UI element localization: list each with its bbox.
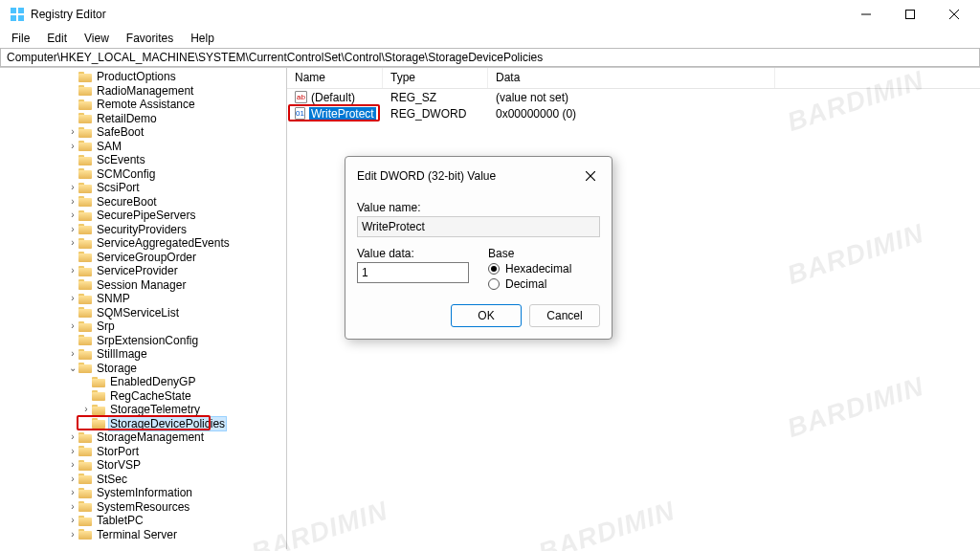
radio-hexadecimal[interactable]: Hexadecimal [488,262,600,276]
folder-icon [78,432,92,443]
chevron-down-icon[interactable] [67,362,78,375]
folder-icon [78,210,92,221]
col-type[interactable]: Type [383,68,488,88]
chevron-right-icon[interactable] [67,500,78,514]
tree-item[interactable]: StorVSP [0,458,286,473]
tree-item[interactable]: ProductOptions [0,70,286,84]
tree-item-label: ServiceProvider [95,264,180,277]
menu-view[interactable]: View [77,30,117,47]
tree-item[interactable]: StorageManagement [0,430,286,445]
chevron-right-icon[interactable] [67,320,78,333]
chevron-right-icon[interactable] [67,486,78,499]
tree-item[interactable]: SecureBoot [0,195,286,209]
tree-item[interactable]: SNMP [0,292,286,306]
menu-help[interactable]: Help [183,30,222,47]
tree-item[interactable]: Session Manager [0,278,286,293]
tree-item[interactable]: ServiceProvider [0,264,286,278]
list-rows[interactable]: ab(Default)REG_SZ(value not set)01WriteP… [287,89,980,121]
value-row[interactable]: ab(Default)REG_SZ(value not set) [287,89,980,105]
tree-item[interactable]: StorageTelemetry [0,403,286,417]
tree-item[interactable]: SCMConfig [0,167,286,182]
address-bar[interactable]: Computer\HKEY_LOCAL_MACHINE\SYSTEM\Curre… [0,48,980,67]
tree-item[interactable]: Terminal Server [0,528,286,542]
tree-pane[interactable]: ProductOptionsRadioManagementRemote Assi… [0,68,287,549]
tree-item-label: SystemInformation [95,486,194,499]
value-name-cell: WriteProtect [309,107,376,121]
chevron-right-icon[interactable] [67,347,78,361]
tree-item[interactable]: ServiceGroupOrder [0,251,286,265]
chevron-right-icon[interactable] [80,403,92,416]
tree-item[interactable]: Remote Assistance [0,98,286,112]
radio-decimal[interactable]: Decimal [488,277,600,291]
tree-item[interactable]: SystemInformation [0,486,286,500]
tree-item[interactable]: EnabledDenyGP [0,375,286,389]
tree-item[interactable]: ScEvents [0,153,286,167]
tree-item-label: SNMP [95,292,132,305]
dialog-close-button[interactable] [579,165,602,187]
chevron-right-icon[interactable] [67,445,78,458]
chevron-right-icon[interactable] [67,292,78,305]
menu-favorites[interactable]: Favorites [119,30,181,47]
maximize-button[interactable] [888,0,932,29]
ok-button[interactable]: OK [451,304,522,327]
tree-item-label: ProductOptions [95,70,178,83]
registry-tree[interactable]: ProductOptionsRadioManagementRemote Assi… [0,70,286,541]
tree-item-label: EnabledDenyGP [108,375,197,388]
menu-bar: File Edit View Favorites Help [0,29,980,48]
tree-item[interactable]: TabletPC [0,514,286,528]
value-data-input[interactable]: 1 [357,262,469,283]
value-name-field: WriteProtect [357,216,600,237]
tree-item[interactable]: Storage [0,362,286,376]
cancel-button[interactable]: Cancel [529,304,600,327]
tree-item[interactable]: SecurityProviders [0,223,286,237]
folder-icon [78,488,92,498]
tree-item[interactable]: ServiceAggregatedEvents [0,236,286,251]
chevron-right-icon[interactable] [67,223,78,236]
tree-item-label: Remote Assistance [95,98,197,111]
tree-item[interactable]: SAM [0,140,286,154]
tree-item[interactable]: SrpExtensionConfig [0,334,286,348]
value-data-label: Value data: [357,247,469,260]
tree-item[interactable]: ScsiPort [0,181,286,195]
folder-icon [78,85,92,96]
chevron-right-icon[interactable] [67,195,78,209]
chevron-right-icon[interactable] [67,458,78,472]
tree-item[interactable]: RegCacheState [0,389,286,404]
value-row[interactable]: 01WriteProtectREG_DWORD0x00000000 (0) [287,105,980,121]
tree-item[interactable]: StSec [0,473,286,487]
tree-item-label: Storage [95,362,139,375]
col-name[interactable]: Name [287,68,383,88]
chevron-right-icon[interactable] [67,473,78,486]
chevron-right-icon[interactable] [67,125,78,139]
chevron-right-icon[interactable] [67,209,78,222]
tree-item[interactable]: StorPort [0,445,286,459]
menu-edit[interactable]: Edit [39,30,75,47]
chevron-right-icon[interactable] [67,236,78,250]
tree-item-label: RadioManagement [95,84,195,98]
tree-item[interactable]: RadioManagement [0,84,286,99]
tree-item-label: ScEvents [95,153,147,166]
tree-item[interactable]: StorageDevicePolicies [0,417,286,431]
tree-item[interactable]: SafeBoot [0,125,286,140]
close-button[interactable] [932,0,976,29]
chevron-right-icon[interactable] [67,181,78,194]
tree-item-label: StorPort [95,445,141,458]
radio-dec-label: Decimal [505,277,546,291]
col-data[interactable]: Data [488,68,775,88]
menu-file[interactable]: File [4,30,37,47]
chevron-right-icon[interactable] [67,264,78,277]
tree-item[interactable]: StillImage [0,347,286,362]
chevron-right-icon[interactable] [67,430,78,444]
chevron-right-icon[interactable] [67,528,78,541]
tree-item[interactable]: SQMServiceList [0,306,286,320]
tree-item[interactable]: Srp [0,320,286,334]
minimize-button[interactable] [844,0,888,29]
chevron-right-icon[interactable] [67,140,78,153]
tree-item[interactable]: RetailDemo [0,112,286,126]
tree-item[interactable]: SecurePipeServers [0,209,286,223]
chevron-right-icon[interactable] [67,514,78,527]
tree-item[interactable]: SystemResources [0,500,286,515]
tree-item-label: SafeBoot [95,125,145,139]
folder-icon [78,529,92,540]
tree-item-label: StillImage [95,347,149,361]
